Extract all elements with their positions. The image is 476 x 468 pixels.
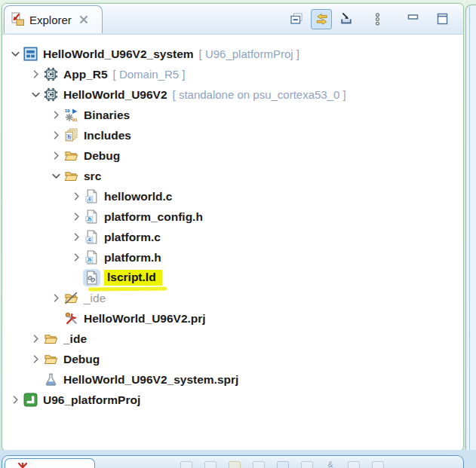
chevron-right-icon[interactable] xyxy=(29,332,42,346)
tab-explorer[interactable]: Explorer xyxy=(4,5,103,33)
lower-toolbar-icon[interactable] xyxy=(204,461,217,468)
chevron-right-icon[interactable] xyxy=(8,393,22,407)
explorer-panel: Explorer HelloWorld_U96V2_system [ U96_p… xyxy=(2,3,464,451)
indent-spacer xyxy=(49,312,63,326)
tree-item-label: Includes xyxy=(84,129,131,142)
application-project-icon xyxy=(44,67,58,81)
lower-toolbar-icon[interactable] xyxy=(277,461,289,468)
view-menu-button[interactable] xyxy=(368,10,386,28)
folder-open-icon xyxy=(64,148,78,163)
lower-toolbar-icon[interactable] xyxy=(301,461,313,468)
indent-spacer xyxy=(29,373,42,387)
chevron-right-icon[interactable] xyxy=(29,68,42,81)
close-icon[interactable] xyxy=(78,14,90,26)
chevron-right-icon[interactable] xyxy=(29,353,42,366)
tree-item-app-r5[interactable]: App_R5 [ Domain_R5 ] xyxy=(7,64,460,84)
tree-item-platform-h[interactable]: platform.h xyxy=(7,247,460,268)
lower-toolbar-icon[interactable] xyxy=(229,461,241,468)
chevron-down-icon[interactable] xyxy=(29,88,42,102)
lower-panel-tab[interactable] xyxy=(5,458,95,468)
tree-item-label: src xyxy=(84,170,101,183)
folder-excluded-icon xyxy=(64,291,78,305)
c-file-icon xyxy=(84,189,99,203)
tree-item-helloworld-prj[interactable]: HelloWorld_U96V2.prj xyxy=(7,308,460,329)
lower-panel-partial: & xyxy=(2,455,464,468)
collapse-all-icon xyxy=(290,12,304,26)
tree-item-system-project[interactable]: HelloWorld_U96V2_system [ U96_platformPr… xyxy=(7,44,460,64)
project-suffix: [ U96_platformProj ] xyxy=(199,47,299,60)
tree-item-system-sprj[interactable]: HelloWorld_U96V2_system.sprj xyxy=(7,369,460,390)
chevron-right-icon[interactable] xyxy=(69,231,83,244)
lower-toolbar-icon[interactable]: & xyxy=(325,461,336,468)
tree-item-debug[interactable]: Debug xyxy=(7,145,460,166)
tree-item-label: HelloWorld_U96V2_system xyxy=(43,47,194,61)
tree-item-lscript-ld[interactable]: lscript.ld xyxy=(7,268,460,288)
platform-project-icon xyxy=(23,393,38,407)
lower-toolbar-icon[interactable] xyxy=(372,461,384,468)
chevron-down-icon[interactable] xyxy=(49,170,63,183)
link-with-editor-button[interactable] xyxy=(311,9,332,29)
explorer-view-icon xyxy=(11,12,26,27)
view-toolbar xyxy=(287,8,451,29)
chevron-down-icon[interactable] xyxy=(8,47,22,61)
project-tools-icon xyxy=(64,311,78,326)
application-project-icon xyxy=(44,87,58,102)
link-with-editor-icon xyxy=(315,12,329,26)
includes-icon xyxy=(64,128,78,142)
chevron-right-icon[interactable] xyxy=(69,210,83,224)
tree-item-label: Debug xyxy=(84,149,120,163)
tree-item-platform-c[interactable]: platform.c xyxy=(7,227,460,247)
tree-item-ide-inner[interactable]: _ide xyxy=(7,288,460,308)
binaries-icon xyxy=(64,108,78,122)
folder-open-icon xyxy=(44,332,58,346)
view-menu-icon xyxy=(370,12,385,26)
tree-item-src[interactable]: src xyxy=(7,166,460,186)
indent-spacer xyxy=(69,271,83,285)
tree-item-label: HelloWorld_U96V2.prj xyxy=(84,312,206,326)
chevron-right-icon[interactable] xyxy=(69,251,83,265)
tree-item-label: HelloWorld_U96V2 xyxy=(63,88,167,102)
collapse-all-button[interactable] xyxy=(287,10,306,28)
tree-item-label: _ide xyxy=(63,332,87,346)
tree-item-label: _ide xyxy=(84,292,106,305)
system-project-icon xyxy=(23,47,38,61)
tab-label: Explorer xyxy=(29,14,72,26)
chevron-right-icon[interactable] xyxy=(49,109,63,122)
tree-item-label: Debug xyxy=(63,353,100,366)
tree-item-helloworld-u96v2[interactable]: HelloWorld_U96V2 [ standalone on psu_cor… xyxy=(7,84,460,105)
h-file-icon xyxy=(84,210,99,224)
chevron-right-icon[interactable] xyxy=(49,149,63,163)
tree-item-ide-outer[interactable]: _ide xyxy=(7,329,460,349)
lower-toolbar-icon[interactable] xyxy=(253,461,265,468)
lower-toolbar-icon[interactable] xyxy=(348,461,360,468)
chevron-right-icon[interactable] xyxy=(69,190,83,203)
lower-panel-toolbar: & xyxy=(180,461,396,468)
adjacent-panel-edge xyxy=(465,5,476,452)
tree-item-label: HelloWorld_U96V2_system.sprj xyxy=(63,373,238,387)
c-file-icon xyxy=(84,230,99,244)
maximize-button[interactable] xyxy=(433,10,451,28)
focus-button[interactable] xyxy=(337,10,355,28)
h-file-icon xyxy=(84,250,99,265)
tree-item-label: Binaries xyxy=(84,109,130,122)
tree-item-label: platform.c xyxy=(104,231,161,244)
minimize-button[interactable] xyxy=(404,10,422,28)
folder-open-icon xyxy=(44,352,58,366)
tree-item-helloworld-c[interactable]: helloworld.c xyxy=(7,186,460,206)
chevron-right-icon[interactable] xyxy=(49,129,63,142)
tree-item-binaries[interactable]: Binaries xyxy=(7,105,460,125)
tree-item-platform-config-h[interactable]: platform_config.h xyxy=(7,206,460,227)
tree-item-label: platform.h xyxy=(104,251,161,265)
tree-item-label: helloworld.c xyxy=(104,190,172,203)
lower-toolbar-icon[interactable] xyxy=(180,461,192,468)
tree-item-debug-outer[interactable]: Debug xyxy=(7,349,460,369)
project-tree: HelloWorld_U96V2_system [ U96_platformPr… xyxy=(2,35,463,410)
tree-item-label: U96_platformProj xyxy=(43,393,140,407)
tree-item-label: platform_config.h xyxy=(104,210,203,224)
lower-tab-icon xyxy=(17,463,29,468)
tree-item-includes[interactable]: Includes xyxy=(7,125,460,145)
flask-icon xyxy=(44,372,58,387)
tree-item-platform-proj[interactable]: U96_platformProj xyxy=(7,390,460,410)
chevron-right-icon[interactable] xyxy=(49,292,63,305)
linker-script-file-icon xyxy=(84,271,99,285)
